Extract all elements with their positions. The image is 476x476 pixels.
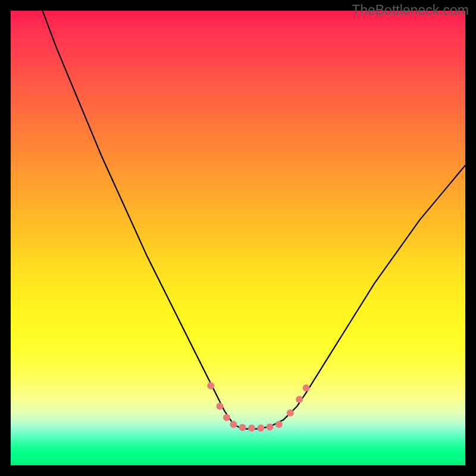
highlight-marker bbox=[223, 414, 230, 421]
highlight-marker bbox=[216, 403, 223, 410]
chart-plot-area bbox=[11, 11, 465, 465]
highlight-marker bbox=[207, 382, 214, 389]
highlight-marker bbox=[275, 421, 283, 428]
bottleneck-curve-line bbox=[43, 11, 466, 429]
highlight-marker bbox=[257, 424, 264, 431]
highlight-marker bbox=[248, 424, 255, 431]
watermark-text: TheBottleneck.com bbox=[352, 2, 469, 18]
highlight-marker bbox=[239, 424, 246, 431]
highlight-marker bbox=[296, 396, 303, 403]
highlight-marker bbox=[303, 384, 310, 392]
bottleneck-curve-svg bbox=[11, 11, 465, 465]
highlight-marker bbox=[287, 409, 294, 416]
highlight-marker bbox=[267, 424, 274, 431]
highlight-marker bbox=[230, 421, 237, 428]
